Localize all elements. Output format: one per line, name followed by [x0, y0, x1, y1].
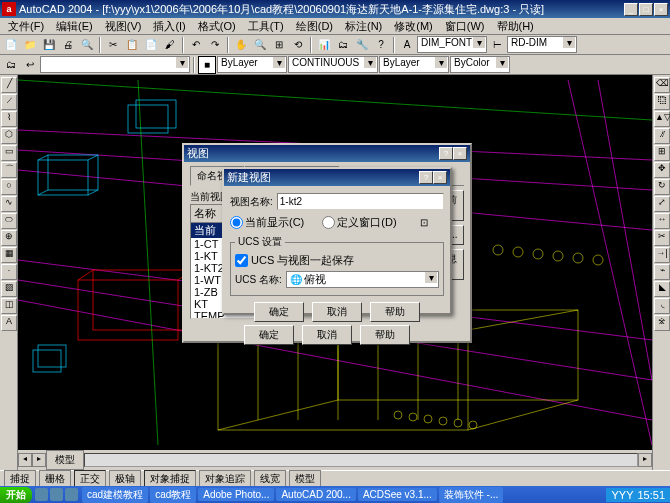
polar-toggle[interactable]: 极轴 [109, 470, 141, 488]
hatch-icon[interactable]: ▨ [1, 281, 17, 297]
cut-icon[interactable]: ✂ [104, 36, 122, 54]
maximize-button[interactable]: □ [639, 3, 653, 16]
polygon-icon[interactable]: ⬡ [1, 128, 17, 144]
menu-file[interactable]: 文件(F) [2, 18, 50, 35]
task-item[interactable]: cad教程 [150, 487, 196, 503]
zoomwin-icon[interactable]: ⊞ [270, 36, 288, 54]
quicklaunch-icon[interactable] [50, 488, 63, 501]
close-button[interactable]: × [654, 3, 668, 16]
ortho-toggle[interactable]: 正交 [74, 470, 106, 488]
preview-icon[interactable]: 🔍 [78, 36, 96, 54]
save-ucs-checkbox[interactable]: UCS 与视图一起保存 [235, 253, 439, 268]
dimstyle-combo[interactable]: RD-DIM [507, 36, 577, 53]
scale-icon[interactable]: ⤢ [654, 196, 670, 212]
grid-toggle[interactable]: 栅格 [39, 470, 71, 488]
trim-icon[interactable]: ✂ [654, 230, 670, 246]
spline-icon[interactable]: ∿ [1, 196, 17, 212]
break-icon[interactable]: ⌁ [654, 264, 670, 280]
radio-define-window[interactable]: 定义窗口(D) [322, 215, 396, 230]
newview-help-button[interactable]: 帮助 [370, 302, 420, 322]
scroll-right-icon[interactable]: ▸ [638, 453, 652, 467]
menu-format[interactable]: 格式(O) [192, 18, 242, 35]
system-tray[interactable]: YYY 15:51 [606, 488, 670, 502]
point-icon[interactable]: · [1, 264, 17, 280]
newview-ok-button[interactable]: 确定 [254, 302, 304, 322]
ellipse-icon[interactable]: ⬭ [1, 213, 17, 229]
block-icon[interactable]: ▦ [1, 247, 17, 263]
copy2-icon[interactable]: ⿻ [654, 94, 670, 110]
match-icon[interactable]: 🖌 [161, 36, 179, 54]
layer-combo[interactable] [40, 56, 190, 73]
save-icon[interactable]: 💾 [40, 36, 58, 54]
pline-icon[interactable]: ⌇ [1, 111, 17, 127]
explode-icon[interactable]: ※ [654, 315, 670, 331]
text-icon[interactable]: A [1, 315, 17, 331]
arc-icon[interactable]: ⌒ [1, 162, 17, 178]
layerprev-icon[interactable]: ↩ [21, 56, 39, 74]
circle-icon[interactable]: ○ [1, 179, 17, 195]
tool-icon[interactable]: 🔧 [353, 36, 371, 54]
zoomprev-icon[interactable]: ⟲ [289, 36, 307, 54]
tab-scroll-left[interactable]: ◂ [18, 453, 32, 467]
fillet-icon[interactable]: ◟ [654, 298, 670, 314]
menu-help[interactable]: 帮助(H) [491, 18, 540, 35]
plotstyle-combo[interactable]: ByColor [450, 56, 510, 73]
menu-insert[interactable]: 插入(I) [147, 18, 191, 35]
open-icon[interactable]: 📁 [21, 36, 39, 54]
view-ok-button[interactable]: 确定 [244, 325, 294, 345]
redo-icon[interactable]: ↷ [206, 36, 224, 54]
menu-window[interactable]: 窗口(W) [439, 18, 491, 35]
menu-modify[interactable]: 修改(M) [388, 18, 439, 35]
color-combo[interactable]: ByLayer [217, 56, 287, 73]
model-tab[interactable]: 模型 [46, 450, 84, 470]
ltype-combo[interactable]: CONTINUOUS [288, 56, 378, 73]
menu-draw[interactable]: 绘图(D) [290, 18, 339, 35]
otrack-toggle[interactable]: 对象追踪 [199, 470, 251, 488]
lwt-toggle[interactable]: 线宽 [254, 470, 286, 488]
view-dialog-title[interactable]: 视图 ? × [184, 145, 470, 162]
task-item[interactable]: AutoCAD 200... [276, 488, 355, 501]
copy-icon[interactable]: 📋 [123, 36, 141, 54]
newview-cancel-button[interactable]: 取消 [312, 302, 362, 322]
view-cancel-button[interactable]: 取消 [302, 325, 352, 345]
task-item[interactable]: ACDSee v3.1... [358, 488, 437, 501]
view-dialog-help-icon[interactable]: ? [439, 147, 453, 160]
paste-icon[interactable]: 📄 [142, 36, 160, 54]
task-item[interactable]: Adobe Photo... [198, 488, 274, 501]
lweight-combo[interactable]: ByLayer [379, 56, 449, 73]
new-view-close-icon[interactable]: × [433, 171, 447, 184]
array-icon[interactable]: ⊞ [654, 145, 670, 161]
radio-current-display[interactable]: 当前显示(C) [230, 215, 304, 230]
view-help-button[interactable]: 帮助 [360, 325, 410, 345]
new-view-help-icon[interactable]: ? [419, 171, 433, 184]
view-name-input[interactable] [277, 193, 444, 210]
textstyle-icon[interactable]: A [398, 36, 416, 54]
layer-icon[interactable]: 🗂 [2, 56, 20, 74]
quicklaunch-icon[interactable] [35, 488, 48, 501]
new-icon[interactable]: 📄 [2, 36, 20, 54]
rotate-icon[interactable]: ↻ [654, 179, 670, 195]
stretch-icon[interactable]: ↔ [654, 213, 670, 229]
textstyle-combo[interactable]: DIM_FONT [417, 36, 487, 53]
tab-scroll-right[interactable]: ▸ [32, 453, 46, 467]
color-icon[interactable]: ■ [198, 56, 216, 74]
menu-edit[interactable]: 编辑(E) [50, 18, 99, 35]
task-item[interactable]: 装饰软件 -... [439, 487, 503, 503]
task-item[interactable]: cad建模教程 [82, 487, 148, 503]
props-icon[interactable]: 📊 [315, 36, 333, 54]
offset-icon[interactable]: ⫽ [654, 128, 670, 144]
erase-icon[interactable]: ⌫ [654, 77, 670, 93]
osnap-toggle[interactable]: 对象捕捉 [144, 470, 196, 488]
help-icon[interactable]: ? [372, 36, 390, 54]
menu-tools[interactable]: 工具(T) [242, 18, 290, 35]
move-icon[interactable]: ✥ [654, 162, 670, 178]
mirror-icon[interactable]: ▲▽ [654, 111, 670, 127]
chamfer-icon[interactable]: ◣ [654, 281, 670, 297]
view-dialog-close-icon[interactable]: × [453, 147, 467, 160]
hscrollbar[interactable] [84, 453, 638, 467]
pick-window-icon[interactable]: ⊡ [415, 213, 433, 231]
ucs-combo[interactable]: 🌐 俯视 [286, 271, 439, 288]
insert-icon[interactable]: ⊕ [1, 230, 17, 246]
print-icon[interactable]: 🖨 [59, 36, 77, 54]
pan-icon[interactable]: ✋ [232, 36, 250, 54]
